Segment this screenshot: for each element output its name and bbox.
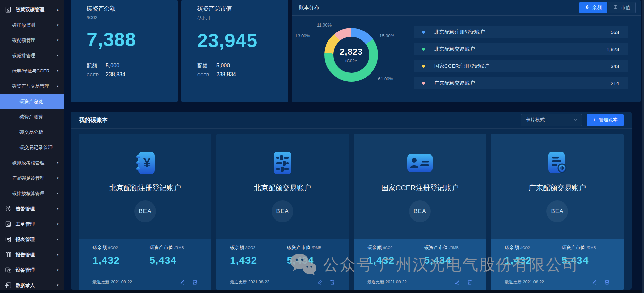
chevron-down-icon: ▼ [56, 69, 59, 72]
pie-label-yellow: 13.00% [295, 33, 310, 38]
legend-color-dot [422, 48, 425, 51]
market-value: 5,434 [149, 255, 198, 266]
balance-value: 1,432 [367, 255, 424, 266]
stat-title: 碳资产余额 [87, 5, 178, 13]
chevron-down-icon: ▼ [56, 177, 59, 180]
balance-value: 1,432 [230, 255, 287, 266]
legend-row[interactable]: 北京配额交易账户 1,823 [414, 43, 628, 55]
vault-icon [613, 4, 618, 11]
ccer-row: CCER 238,834 [197, 71, 288, 78]
sidebar-item-reduction-management[interactable]: 碳减排管理 ▼ [0, 48, 64, 63]
delete-icon[interactable] [604, 279, 610, 285]
delete-icon[interactable] [192, 279, 198, 285]
account-badge: BEA [546, 200, 568, 222]
balance-market-toggle: ¥ 余额 市值 [579, 2, 636, 13]
account-name: 国家CCER注册登记账户 [381, 183, 459, 193]
id-card-icon [407, 150, 433, 176]
delete-icon[interactable] [329, 279, 335, 285]
sidebar-item-device-management[interactable]: 设备管理 ▼ [0, 262, 64, 278]
sidebar-item-green-power-ccer[interactable]: 绿电/绿证与CCER ▼ [0, 63, 64, 79]
toggle-market-button[interactable]: 市值 [608, 2, 636, 13]
stat-unit: /人民币 [197, 15, 288, 21]
sidebar-item-trade-records[interactable]: 碳交易记录管理 [0, 140, 64, 155]
view-mode-select[interactable]: 卡片模式 [521, 114, 582, 126]
data-entry-icon [4, 281, 12, 289]
delete-icon[interactable] [467, 279, 473, 285]
balance-value: 1,432 [92, 255, 149, 266]
ledger-header: 我的碳账本 卡片模式 + 管理账本 [71, 112, 632, 129]
ledger-title: 我的碳账本 [79, 116, 108, 124]
donut-unit: tC02e [345, 58, 357, 63]
edit-icon[interactable] [454, 279, 460, 285]
sidebar-item-trade-analysis[interactable]: 碳交易分析 [0, 125, 64, 140]
legend-row[interactable]: 北京配额注册登记账户 563 [414, 26, 628, 38]
ledger-card-gd-trading[interactable]: 广东配额交易账户 BEA 碳余额 /tCO2 1,432 碳资产市值 /RMB … [491, 134, 624, 290]
manage-ledger-button[interactable]: + 管理账本 [587, 114, 624, 126]
ledger-card-ccer-registry[interactable]: 国家CCER注册登记账户 BEA 碳余额 /tCO2 1,432 碳资产市值 /… [354, 134, 486, 290]
legend-row[interactable]: 广东配额交易账户 214 [414, 77, 628, 89]
chevron-down-icon: ▼ [56, 207, 59, 210]
legend-color-dot [422, 82, 425, 85]
sidebar-item-asset-overview[interactable]: 碳资产总览 [0, 94, 64, 109]
scrollbar[interactable] [642, 0, 644, 293]
chevron-down-icon: ▼ [56, 23, 59, 27]
sidebar-item-alarm-management[interactable]: 告警管理 ▼ [0, 201, 64, 216]
bottom-band [0, 290, 644, 293]
sidebar-item-smart-dual-carbon[interactable]: 智慧双碳管理 ▲ [0, 2, 64, 17]
stat-value: 7,388 [87, 28, 178, 50]
main-content: 碳资产余额 /tC02 7,388 配额 5,000 CCER 238,834 … [71, 0, 632, 290]
sidebar-item-report-management[interactable]: 报告管理 ▼ [0, 247, 64, 262]
quota-row: 配额 5,000 [87, 63, 178, 69]
toggle-balance-button[interactable]: ¥ 余额 [579, 2, 607, 13]
legend-row[interactable]: 国家CCER注册登记账户 343 [414, 60, 628, 72]
ccer-row: CCER 238,834 [87, 71, 178, 78]
stat-title: 碳资产总市值 [197, 5, 288, 13]
sidebar-item-emission-accounting[interactable]: 碳排放核算管理 ▼ [0, 186, 64, 201]
my-carbon-ledger-panel: 我的碳账本 卡片模式 + 管理账本 [71, 112, 632, 290]
pie-label-green: 61.00% [378, 76, 393, 81]
market-value: 5,434 [561, 255, 610, 266]
sidebar-item-asset-trading[interactable]: 碳资产与交易管理 ▲ [0, 79, 64, 94]
account-name: 北京配额注册登记账户 [109, 183, 181, 193]
edit-icon[interactable] [592, 279, 598, 285]
stat-unit: /tC02 [87, 15, 178, 20]
sidebar-item-product-footprint[interactable]: 产品碳足迹管理 ▼ [0, 170, 64, 186]
sidebar: 智慧双碳管理 ▲ 碳排放监测 ▼ 碳配额管理 ▼ 碳减排管理 ▼ 绿电/绿证与C… [0, 0, 64, 293]
chevron-down-icon: ▼ [56, 223, 59, 226]
ledger-card-bj-trading[interactable]: 北京配额交易账户 BEA 碳余额 /tCO2 1,432 碳资产市值 /RMB … [216, 134, 349, 290]
balance-value: 1,432 [505, 255, 561, 266]
chevron-down-icon: ▼ [56, 253, 59, 256]
chevron-down-icon: ▼ [56, 54, 59, 57]
sidebar-item-quota-management[interactable]: 碳配额管理 ▼ [0, 33, 64, 48]
ledger-cards: ¥ 北京配额注册登记账户 BEA 碳余额 /tCO2 1,432 碳资产市值 /… [71, 129, 632, 290]
chevron-down-icon: ▼ [56, 39, 59, 42]
panel-title: 账本分布 [299, 4, 319, 11]
donut-chart: 2,823 tC02e [324, 28, 378, 82]
account-name: 广东配额交易账户 [529, 183, 586, 193]
sidebar-item-emission-monitoring[interactable]: 碳排放监测 ▼ [0, 17, 64, 33]
market-value: 5,434 [424, 255, 473, 266]
chevron-down-icon: ▼ [56, 238, 59, 241]
chevron-up-icon: ▲ [56, 8, 59, 11]
account-badge: BEA [134, 200, 156, 222]
account-name: 北京配额交易账户 [254, 183, 311, 193]
edit-icon[interactable] [180, 279, 186, 285]
sliders-icon [273, 150, 292, 176]
chevron-down-icon: ▼ [56, 192, 59, 195]
sidebar-item-work-order-management[interactable]: 工单管理 ▼ [0, 216, 64, 232]
pie-label-pink: 11.00% [317, 22, 332, 28]
sidebar-item-label: 智慧双碳管理 [16, 7, 44, 13]
pie-label-blue: 15.00% [379, 33, 394, 38]
sidebar-item-asset-calculation[interactable]: 碳资产测算 [0, 109, 64, 125]
money-bag-icon: ¥ [584, 4, 590, 11]
ledger-card-bj-registry[interactable]: ¥ 北京配额注册登记账户 BEA 碳余额 /tCO2 1,432 碳资产市值 /… [79, 134, 211, 290]
report-table-icon [4, 235, 12, 243]
donut-total: 2,823 [340, 47, 363, 57]
sidebar-item-emission-assessment[interactable]: 碳排放考核管理 ▼ [0, 155, 64, 170]
wallet-yen-icon: ¥ [135, 150, 156, 176]
sidebar-item-report-table-management[interactable]: 报表管理 ▼ [0, 232, 64, 247]
edit-icon[interactable] [317, 279, 323, 285]
last-updated: 最近更新 2021.08.22 [92, 279, 132, 285]
legend-color-dot [422, 31, 425, 34]
last-updated: 最近更新 2021.08.22 [505, 279, 544, 285]
